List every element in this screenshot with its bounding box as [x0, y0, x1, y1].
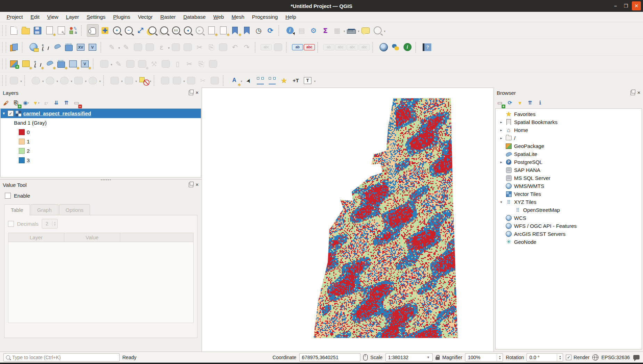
coordinate-input[interactable]: 678975,3640251: [299, 353, 360, 362]
open-project-button[interactable]: [20, 25, 31, 36]
show-statistics-button[interactable]: Σ: [320, 25, 331, 36]
new-virtual-layer-button[interactable]: V✶: [79, 58, 90, 70]
menu-view[interactable]: View: [43, 13, 62, 21]
collapse-all-icon[interactable]: ⇈: [63, 99, 70, 107]
refresh-browser-icon[interactable]: ⟳: [506, 99, 514, 107]
expand-arrow[interactable]: ▸: [499, 128, 503, 132]
processing-toolbox-button[interactable]: ⚙: [308, 25, 319, 36]
restore-button[interactable]: ❐: [621, 1, 630, 10]
style-manager-button[interactable]: a✎: [67, 25, 79, 36]
zoom-to-layer-button[interactable]: [158, 25, 170, 36]
browser-item-geopackage[interactable]: GeoPackage: [496, 142, 642, 150]
browser-item-spatialite[interactable]: SpatiaLite: [496, 150, 642, 158]
manage-map-themes-icon[interactable]: ◉▾: [22, 99, 30, 107]
add-group-icon[interactable]: ⎘+: [12, 99, 20, 107]
menu-processing[interactable]: Processing: [248, 13, 282, 21]
zoom-last-button[interactable]: ◂: [182, 25, 193, 36]
help-contents-button[interactable]: ?: [421, 41, 432, 53]
remove-layer-icon[interactable]: ▭−: [73, 99, 80, 107]
zoom-in-button[interactable]: +: [111, 25, 122, 36]
menu-edit[interactable]: Edit: [27, 13, 43, 21]
show-spatial-bookmarks-button[interactable]: [241, 25, 252, 36]
menu-web[interactable]: Web: [210, 13, 228, 21]
locate-input[interactable]: Type to locate (Ctrl+K): [3, 353, 120, 362]
new-shapefile-layer-button[interactable]: ✶: [20, 58, 31, 70]
value-tool-close-icon[interactable]: ✕: [195, 183, 199, 187]
decimals-spinner[interactable]: 2 ▲▼: [42, 219, 58, 229]
pan-map-button[interactable]: [87, 24, 99, 37]
toolbar-handle[interactable]: [2, 75, 6, 86]
panel-splitter[interactable]: ••••••: [101, 178, 112, 182]
new-print-layout-button[interactable]: ✶: [44, 25, 55, 36]
filter-browser-icon[interactable]: ▼: [516, 99, 524, 107]
layer-labeling-options-button[interactable]: ab: [292, 41, 303, 53]
expand-arrow[interactable]: ▸: [499, 120, 503, 124]
browser-item-vector-tiles[interactable]: Vector Tiles: [496, 190, 642, 198]
browser-item-wcs[interactable]: WCS: [496, 214, 642, 222]
metasearch-button[interactable]: [378, 41, 389, 53]
map-tips-button[interactable]: [360, 25, 371, 36]
messages-icon[interactable]: [633, 355, 640, 359]
enable-disable-properties-icon[interactable]: ℹ: [536, 99, 544, 107]
enable-checkbox[interactable]: [5, 193, 11, 199]
expand-arrow[interactable]: ▸: [499, 160, 503, 164]
expand-arrow[interactable]: ▸: [499, 136, 503, 140]
tab-options[interactable]: Options: [59, 204, 90, 215]
new-project-button[interactable]: [8, 25, 19, 36]
python-console-button[interactable]: [390, 41, 401, 53]
magnifier-spinner[interactable]: 100% ▲▼: [465, 353, 503, 362]
column-header-layer[interactable]: Layer: [8, 233, 64, 242]
browser-item-xyz-tiles[interactable]: ▾⠿XYZ Tiles: [496, 198, 642, 206]
zoom-to-selection-button[interactable]: [147, 25, 158, 36]
browser-item-postgresql[interactable]: ▸PPostgreSQL: [496, 158, 642, 166]
menu-raster[interactable]: Raster: [156, 13, 179, 21]
data-source-manager-button[interactable]: [8, 41, 19, 53]
browser-item-wfs-ogc-api-features[interactable]: WFS / OGC API - Features: [496, 222, 642, 230]
add-vector-tile-layer-button[interactable]: V: [87, 41, 98, 53]
open-layer-styling-icon[interactable]: 🖌: [2, 99, 10, 107]
layer-diagram-options-button[interactable]: abc: [304, 41, 315, 53]
toolbar-handle[interactable]: [2, 42, 6, 52]
show-hide-labels-button[interactable]: [267, 75, 278, 86]
close-button[interactable]: ✕: [632, 1, 641, 10]
add-wms-wmts-layer-button[interactable]: [28, 41, 39, 53]
lock-scale-icon[interactable]: [436, 357, 440, 360]
show-layout-manager-button[interactable]: [56, 25, 67, 36]
add-virtual-layer-button[interactable]: XV: [75, 41, 86, 53]
layer-visibility-checkbox[interactable]: ✓: [8, 110, 14, 116]
menu-project[interactable]: Project: [3, 13, 27, 21]
new-spatialite-layer-button[interactable]: ✶: [32, 58, 43, 70]
toolbar-handle[interactable]: [2, 25, 6, 36]
tab-graph[interactable]: Graph: [31, 204, 58, 215]
new-geopackage-layer-button[interactable]: +: [8, 58, 19, 70]
browser-item-favorites[interactable]: ★Favorites: [496, 110, 642, 118]
layer-item-carmel_aspect_reclassified[interactable]: ▼✓carmel_aspect_reclassified: [1, 109, 201, 118]
browser-item-openstreetmap[interactable]: ⠿OpenStreetMap: [496, 206, 642, 214]
add-delimited-text-layer-button[interactable]: [40, 41, 51, 53]
zoom-native-button[interactable]: 1:1: [170, 25, 181, 36]
rotate-label-button[interactable]: T▾: [302, 75, 313, 86]
deselect-all-button[interactable]: ▾: [138, 75, 149, 86]
menu-help[interactable]: Help: [282, 13, 300, 21]
crs-status[interactable]: EPSG:32636: [601, 355, 630, 360]
expand-arrow[interactable]: ▾: [499, 200, 503, 204]
browser-item-sap-hana[interactable]: SAP HANA: [496, 166, 642, 174]
browser-item-arcgis-rest-servers[interactable]: ArcGIS REST Servers: [496, 230, 642, 238]
tab-table[interactable]: Table: [4, 204, 30, 215]
browser-item-geonode[interactable]: ✳GeoNode: [496, 238, 642, 246]
highlight-pinned-labels-button[interactable]: ★: [278, 75, 290, 86]
menu-layer[interactable]: Layer: [62, 13, 83, 21]
new-map-view-button[interactable]: ✶: [206, 25, 217, 36]
pan-to-selection-button[interactable]: ✚: [99, 25, 111, 36]
pin-unpin-labels-button[interactable]: [255, 75, 266, 86]
rotation-spinner[interactable]: 0.0 ° ▲▼: [527, 353, 563, 362]
new-spatial-bookmark-button[interactable]: ✶: [229, 25, 241, 36]
column-header-value[interactable]: Value: [64, 233, 120, 242]
whats-this-button[interactable]: i: [402, 41, 413, 53]
temporal-controller-button[interactable]: ◷: [253, 25, 264, 36]
browser-item--[interactable]: ▸/: [496, 134, 642, 142]
layer-expand-arrow[interactable]: ▼: [2, 111, 6, 115]
browser-item-wms-wmts[interactable]: WMS/WMTS: [496, 182, 642, 190]
minimize-button[interactable]: –: [611, 1, 620, 10]
new-3d-map-view-button[interactable]: ✶: [218, 25, 229, 36]
